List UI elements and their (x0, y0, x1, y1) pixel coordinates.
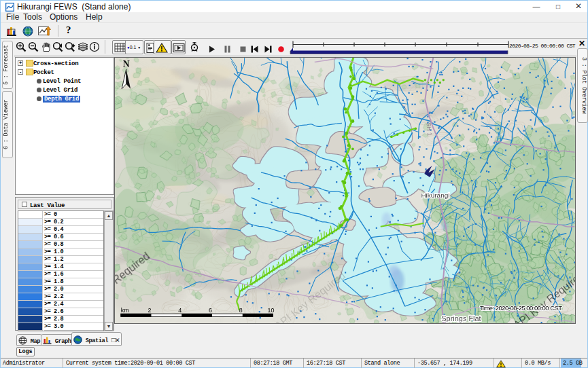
svg-text:6: 6 (209, 307, 212, 314)
svg-text:km: km (121, 307, 129, 314)
svg-text:8: 8 (239, 307, 243, 314)
svg-text:Hikurangi: Hikurangi (421, 191, 449, 199)
svg-text:Springs Flat: Springs Flat (441, 314, 481, 323)
svg-text:SH 1: SH 1 (425, 122, 433, 136)
svg-text:Time: 2020-08-25 00:00:00 CST: Time: 2020-08-25 00:00:00 CST (480, 304, 562, 312)
svg-text:N: N (123, 59, 130, 69)
svg-text:10: 10 (268, 307, 275, 314)
svg-text:4: 4 (178, 307, 181, 314)
svg-text:2: 2 (148, 307, 151, 314)
